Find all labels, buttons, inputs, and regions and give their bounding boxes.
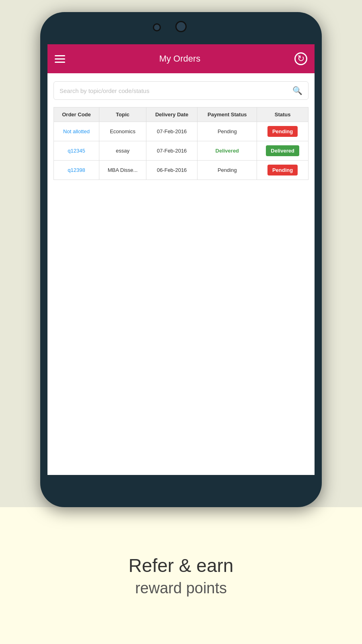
status-badge: Pending — [267, 165, 298, 175]
search-icon: 🔍 — [292, 86, 302, 95]
refresh-button[interactable] — [294, 52, 307, 65]
payment-status-cell: Pending — [197, 161, 257, 180]
promo-title: Refer & earn — [129, 555, 234, 576]
order-code-cell[interactable]: q12398 — [54, 161, 99, 180]
table-row: q12398MBA Disse...06-Feb-2016PendingPend… — [54, 161, 309, 180]
delivery-date-cell: 06-Feb-2016 — [146, 161, 197, 180]
device-camera — [175, 21, 187, 32]
promo-subtitle: reward points — [135, 580, 227, 597]
status-badge: Pending — [267, 126, 298, 137]
payment-status-cell: Pending — [197, 122, 257, 141]
table-row: q12345essay07-Feb-2016DeliveredDelivered — [54, 141, 309, 161]
device-wrapper: My Orders Search by topic/order code/sta… — [40, 12, 322, 507]
status-cell: Pending — [257, 122, 309, 141]
device-frame: My Orders Search by topic/order code/sta… — [40, 12, 322, 507]
delivery-date-cell: 07-Feb-2016 — [146, 141, 197, 161]
col-payment-status: Payment Status — [197, 107, 257, 122]
screen-content: Search by topic/order code/status 🔍 Orde… — [47, 73, 315, 188]
col-status: Status — [257, 107, 309, 122]
col-order-code: Order Code — [54, 107, 99, 122]
app-header: My Orders — [47, 44, 315, 73]
col-topic: Topic — [99, 107, 146, 122]
topic-cell: MBA Disse... — [99, 161, 146, 180]
topic-cell: Economics — [99, 122, 146, 141]
page-title: My Orders — [159, 54, 201, 64]
delivery-date-cell: 07-Feb-2016 — [146, 122, 197, 141]
col-delivery-date: Delivery Date — [146, 107, 197, 122]
device-speaker — [153, 23, 161, 31]
orders-table: Order Code Topic Delivery Date Payment S… — [53, 107, 309, 180]
menu-button[interactable] — [55, 55, 65, 63]
promo-section: Refer & earn reward points — [0, 507, 362, 644]
payment-status-cell: Delivered — [197, 141, 257, 161]
status-badge: Delivered — [266, 145, 299, 156]
order-code-cell[interactable]: q12345 — [54, 141, 99, 161]
status-cell: Delivered — [257, 141, 309, 161]
order-code-cell[interactable]: Not allotted — [54, 122, 99, 141]
table-row: Not allottedEconomics07-Feb-2016PendingP… — [54, 122, 309, 141]
status-cell: Pending — [257, 161, 309, 180]
topic-cell: essay — [99, 141, 146, 161]
search-bar[interactable]: Search by topic/order code/status 🔍 — [53, 81, 309, 100]
search-input[interactable]: Search by topic/order code/status — [60, 87, 292, 94]
device-screen: My Orders Search by topic/order code/sta… — [47, 44, 315, 475]
